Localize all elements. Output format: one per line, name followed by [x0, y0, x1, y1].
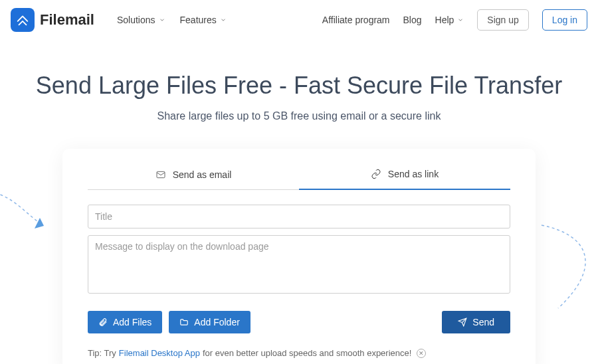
tip-row: Tip: Try Filemail Desktop App for even b…: [88, 348, 510, 358]
tip-prefix: Tip: Try: [88, 348, 116, 358]
header: Filemail Solutions Features Affiliate pr…: [0, 0, 598, 40]
tab-label: Send as link: [388, 169, 439, 179]
tab-send-email[interactable]: Send as email: [88, 169, 299, 190]
tip-suffix: for even better upload speeds and smooth…: [203, 348, 411, 358]
nav-blog[interactable]: Blog: [403, 15, 422, 25]
chevron-down-icon: [220, 17, 227, 23]
nav-solutions[interactable]: Solutions: [117, 15, 165, 25]
tip-link[interactable]: Filemail Desktop App: [119, 348, 200, 358]
login-button[interactable]: Log in: [542, 9, 587, 31]
decorative-arrow-right-icon: [538, 222, 598, 315]
hero: Send Large Files Free - Fast Secure File…: [0, 72, 598, 122]
actions-row: Add Files Add Folder Send: [88, 311, 510, 333]
page-title: Send Large Files Free - Fast Secure File…: [0, 72, 598, 100]
nav-right: Affiliate program Blog Help Sign up Log …: [322, 9, 587, 31]
button-label: Send: [472, 317, 494, 327]
nav-label: Blog: [403, 15, 422, 25]
tabs: Send as email Send as link: [88, 169, 510, 190]
nav-label: Help: [435, 15, 454, 25]
brand-name: Filemail: [40, 11, 94, 29]
logo-icon: [11, 8, 35, 32]
send-icon: [458, 318, 467, 327]
add-files-button[interactable]: Add Files: [88, 311, 162, 333]
form: [88, 205, 510, 296]
add-folder-button[interactable]: Add Folder: [169, 311, 250, 333]
chevron-down-icon: [159, 17, 165, 23]
nav-help[interactable]: Help: [435, 15, 464, 25]
signup-button[interactable]: Sign up: [477, 9, 528, 31]
nav-affiliate[interactable]: Affiliate program: [322, 15, 390, 25]
close-tip-icon[interactable]: ✕: [417, 349, 426, 358]
message-textarea[interactable]: [88, 235, 510, 294]
svg-rect-0: [157, 171, 165, 177]
logo[interactable]: Filemail: [11, 8, 94, 32]
link-icon: [371, 169, 381, 179]
nav-features[interactable]: Features: [180, 15, 227, 25]
button-label: Add Folder: [194, 317, 239, 327]
page-subtitle: Share large files up to 5 GB free using …: [0, 110, 598, 122]
tab-send-link[interactable]: Send as link: [299, 169, 510, 190]
nav-left: Solutions Features: [117, 15, 227, 25]
tab-label: Send as email: [173, 169, 232, 180]
nav-label: Features: [180, 15, 217, 25]
folder-icon: [179, 318, 189, 327]
decorative-arrow-left-icon: [0, 189, 53, 242]
send-button[interactable]: Send: [442, 311, 510, 333]
button-label: Add Files: [113, 317, 151, 327]
nav-label: Affiliate program: [322, 15, 390, 25]
upload-card: Send as email Send as link Add Files Add…: [62, 149, 536, 364]
paperclip-icon: [98, 318, 108, 327]
chevron-down-icon: [457, 17, 464, 23]
nav-label: Solutions: [117, 15, 155, 25]
title-input[interactable]: [88, 205, 510, 228]
envelope-icon: [155, 169, 166, 180]
